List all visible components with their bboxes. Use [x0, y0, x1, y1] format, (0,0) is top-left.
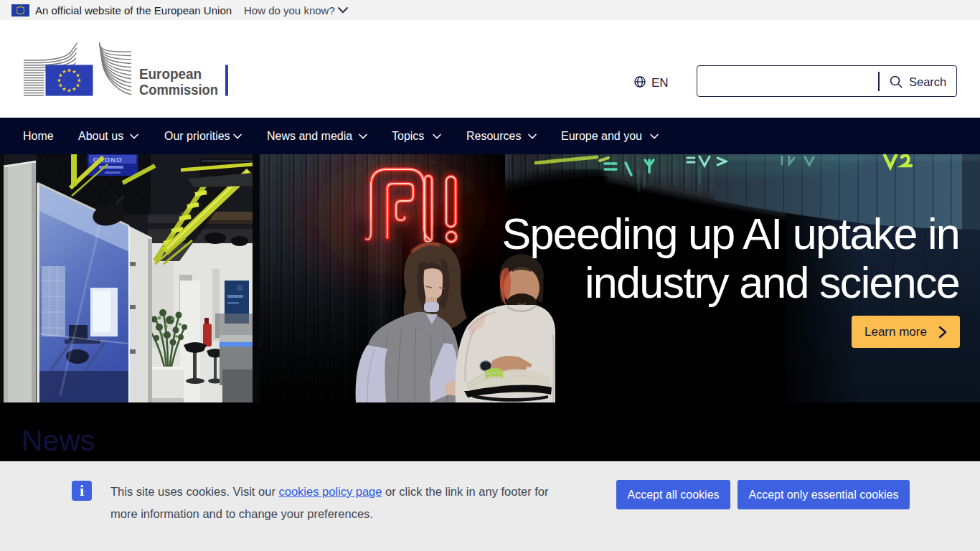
svg-text:European: European [139, 66, 202, 82]
svg-text:Commission: Commission [139, 82, 218, 98]
